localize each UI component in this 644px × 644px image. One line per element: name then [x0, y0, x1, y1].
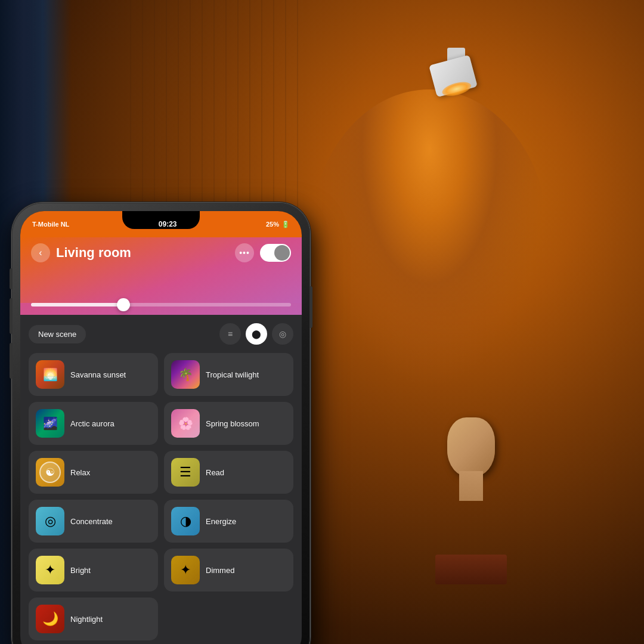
scene-name-dimmed: Dimmed — [206, 566, 234, 575]
scene-thumb-energize: ◑ — [171, 507, 200, 535]
scene-item-arctic-aurora[interactable]: Arctic aurora — [29, 402, 158, 445]
scene-name-read: Read — [206, 468, 224, 477]
scene-item-spring-blossom[interactable]: Spring blossom — [164, 402, 293, 445]
relax-icon: ☯ — [39, 462, 61, 483]
scene-grid: Savanna sunset Tropical twilight Arctic … — [29, 353, 293, 640]
light-glow — [310, 89, 549, 388]
phone: T-Mobile NL 09:23 25% 🔋 ‹ Living room ••… — [12, 203, 310, 644]
energize-icon: ◑ — [180, 513, 191, 529]
scene-name-bright: Bright — [70, 566, 91, 575]
app-header: ‹ Living room ••• — [20, 237, 302, 303]
scene-name-energize: Energize — [206, 517, 236, 526]
scene-thumb-concentrate: ◎ — [36, 507, 64, 535]
scene-item-read[interactable]: ☰ Read — [164, 451, 293, 494]
scene-thumb-dimmed: ✦ — [171, 556, 200, 584]
scene-thumb-arctic — [36, 409, 64, 438]
battery-label: 25% 🔋 — [266, 221, 290, 228]
list-icon: ≡ — [228, 329, 233, 339]
phone-screen: T-Mobile NL 09:23 25% 🔋 ‹ Living room ••… — [20, 211, 302, 644]
scene-item-concentrate[interactable]: ◎ Concentrate — [29, 500, 158, 543]
scenes-area: New scene ≡ ⬤ ◎ — [20, 315, 302, 644]
scene-item-bright[interactable]: ✦ Bright — [29, 549, 158, 592]
header-top: ‹ Living room ••• — [31, 243, 291, 262]
time-label: 09:23 — [159, 220, 177, 228]
location-icon: ◎ — [279, 329, 286, 339]
lamp-body — [429, 55, 478, 97]
list-view-button[interactable]: ≡ — [219, 323, 241, 345]
power-button — [310, 286, 312, 328]
slider-fill — [31, 303, 122, 306]
sculpture — [429, 417, 513, 584]
scene-item-tropical-twilight[interactable]: Tropical twilight — [164, 353, 293, 396]
nightlight-icon: 🌙 — [42, 611, 58, 627]
palette-icon: ⬤ — [252, 329, 261, 339]
scene-thumb-read: ☰ — [171, 458, 200, 487]
bust-neck — [459, 471, 483, 501]
bright-icon: ✦ — [45, 562, 55, 578]
silent-switch — [10, 268, 12, 289]
carrier-label: T-Mobile NL — [32, 221, 69, 228]
scene-name-savanna: Savanna sunset — [70, 370, 126, 379]
scene-name-tropical: Tropical twilight — [206, 370, 259, 379]
scene-name-arctic: Arctic aurora — [70, 419, 114, 428]
location-view-button[interactable]: ◎ — [272, 323, 293, 345]
toggle-knob — [274, 245, 290, 261]
brightness-area — [20, 303, 302, 315]
scene-item-energize[interactable]: ◑ Energize — [164, 500, 293, 543]
scenes-toolbar: New scene ≡ ⬤ ◎ — [29, 323, 293, 345]
view-options: ≡ ⬤ ◎ — [219, 323, 293, 345]
scene-name-concentrate: Concentrate — [70, 517, 113, 526]
bust-base — [435, 555, 507, 584]
battery-icon: 🔋 — [281, 221, 290, 228]
brightness-slider[interactable] — [31, 303, 291, 306]
scene-thumb-relax: ☯ — [36, 458, 64, 487]
scene-thumb-savanna — [36, 360, 64, 389]
scene-item-savanna-sunset[interactable]: Savanna sunset — [29, 353, 158, 396]
dimmed-icon: ✦ — [180, 562, 191, 578]
scene-thumb-spring — [171, 409, 200, 438]
status-bar: T-Mobile NL 09:23 25% 🔋 — [20, 211, 302, 237]
scene-name-relax: Relax — [70, 468, 90, 477]
room-toggle[interactable] — [260, 244, 291, 262]
read-icon: ☰ — [179, 465, 191, 480]
more-button[interactable]: ••• — [235, 243, 254, 262]
scene-thumb-tropical — [171, 360, 200, 389]
bust-head — [447, 417, 495, 477]
slider-thumb[interactable] — [117, 298, 130, 311]
scene-item-nightlight[interactable]: 🌙 Nightlight — [29, 597, 158, 640]
scene-name-spring: Spring blossom — [206, 419, 259, 428]
volume-down-button — [10, 343, 12, 379]
back-button[interactable]: ‹ — [31, 243, 50, 262]
phone-shell: T-Mobile NL 09:23 25% 🔋 ‹ Living room ••… — [12, 203, 310, 644]
wall-lamp — [429, 48, 483, 101]
scene-name-nightlight: Nightlight — [70, 615, 103, 624]
scene-thumb-nightlight: 🌙 — [36, 605, 64, 633]
header-actions: ••• — [235, 243, 291, 262]
scene-item-dimmed[interactable]: ✦ Dimmed — [164, 549, 293, 592]
concentrate-icon: ◎ — [45, 513, 56, 529]
scene-item-relax[interactable]: ☯ Relax — [29, 451, 158, 494]
new-scene-button[interactable]: New scene — [29, 325, 86, 343]
volume-up-button — [10, 298, 12, 334]
grid-view-button[interactable]: ⬤ — [246, 323, 267, 345]
scene-thumb-bright: ✦ — [36, 556, 64, 584]
lamp-glow — [441, 79, 472, 98]
room-title: Living room — [56, 245, 235, 261]
